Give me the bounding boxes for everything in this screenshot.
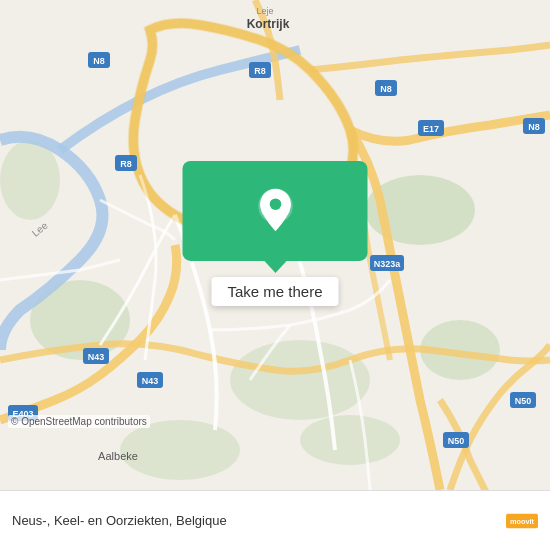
svg-point-6 — [0, 140, 60, 220]
svg-text:N8: N8 — [93, 56, 105, 66]
map-container: N8 N8 N8 R8 R8 E17 N43 N43 N323a E403 N5… — [0, 0, 550, 490]
svg-point-5 — [300, 415, 400, 465]
svg-text:N8: N8 — [528, 122, 540, 132]
svg-text:N8: N8 — [380, 84, 392, 94]
take-me-there-button[interactable]: Take me there — [211, 277, 338, 306]
svg-text:N43: N43 — [142, 376, 159, 386]
popup-green-box[interactable] — [183, 161, 368, 261]
svg-text:R8: R8 — [120, 159, 132, 169]
svg-text:N323a: N323a — [374, 259, 402, 269]
bottom-bar: Neus-, Keel- en Oorziekten, Belgique moo… — [0, 490, 550, 550]
copyright-text: © OpenStreetMap contributors — [8, 415, 150, 428]
svg-text:R8: R8 — [254, 66, 266, 76]
svg-text:Aalbeke: Aalbeke — [98, 450, 138, 462]
svg-text:N50: N50 — [448, 436, 465, 446]
moovit-logo: moovit — [506, 505, 538, 537]
popup-card[interactable]: Take me there — [183, 161, 368, 306]
svg-text:moovit: moovit — [510, 516, 534, 525]
location-pin-icon — [254, 186, 296, 236]
svg-text:Leje: Leje — [256, 6, 273, 16]
osm-copyright: © OpenStreetMap contributors — [11, 416, 147, 427]
svg-text:Kortrijk: Kortrijk — [247, 17, 290, 31]
place-name: Neus-, Keel- en Oorziekten, Belgique — [12, 513, 227, 528]
take-me-there-label: Take me there — [227, 283, 322, 300]
svg-text:Lee: Lee — [30, 219, 50, 238]
svg-text:E17: E17 — [423, 124, 439, 134]
svg-text:N50: N50 — [515, 396, 532, 406]
moovit-logo-icon: moovit — [506, 505, 538, 537]
svg-point-4 — [120, 420, 240, 480]
svg-point-37 — [269, 198, 281, 210]
svg-text:N43: N43 — [88, 352, 105, 362]
